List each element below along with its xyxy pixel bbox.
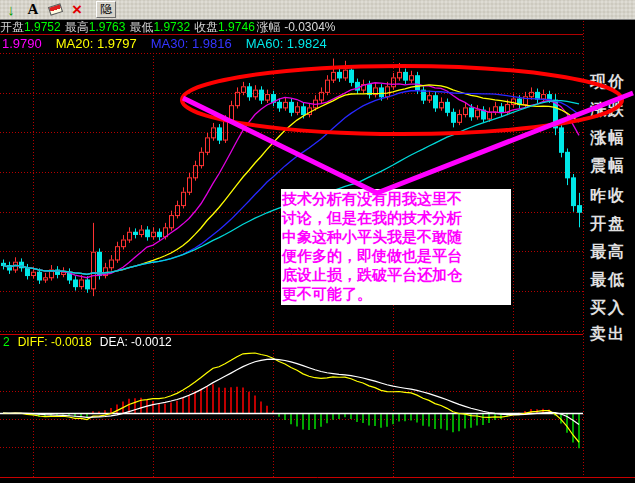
change-value: -0.0304% [281,20,336,34]
note-line: 底设止损，跌破平台还加仓 [282,265,510,284]
sidebar-label-10: 卖出 [590,324,634,345]
note-line: 中象这种小平头我是不敢随 [282,227,510,246]
macd-diff-value: DIFF: -0.0018 [18,335,92,349]
quote-field-value: 1.9746 [218,20,255,34]
quote-field-label: 收盘 [194,20,218,34]
app-window: ↓ A × 隐 开盘1.9752最高1.9763最低1.9732收盘1.9746… [0,0,635,483]
sidebar-label-7: 最高 [590,242,634,263]
ma-value: 1.9790 [2,36,42,51]
quote-sidebar: 现价涨跌涨幅震幅昨收开盘最高最低买入卖出 [585,21,635,477]
macd-dea-value: DEA: -0.0012 [100,335,172,349]
sidebar-label-9: 买入 [590,298,634,319]
note-line: 更不可能了。 [282,284,510,303]
header-separator [0,34,583,35]
ma-value: MA60: 1.9824 [246,36,327,51]
macd-period: 2 [3,335,10,349]
sidebar-label-6: 开盘 [590,214,634,235]
note-line: 讨论，但是在我的技术分析 [282,208,510,227]
quote-field-value: 1.9752 [24,20,61,34]
quote-field-label: 开盘 [0,20,24,34]
sidebar-label-3: 涨幅 [590,128,634,149]
sidebar-label-8: 最低 [590,270,634,291]
sidebar-label-5: 昨收 [590,186,634,207]
sidebar-label-1: 现价 [590,72,634,93]
quote-field-label: 最低 [129,20,153,34]
quote-field-value: 1.9732 [153,20,190,34]
quote-field-label: 最高 [65,20,89,34]
quote-header-row: 开盘1.9752最高1.9763最低1.9732收盘1.9746涨幅 -0.03… [0,21,583,34]
note-box[interactable]: 技术分析有没有用我这里不讨论，但是在我的技术分析中象这种小平头我是不敢随便作多的… [281,189,511,305]
macd-header-row: 2DIFF: -0.0018DEA: -0.0012 [3,336,403,349]
note-line: 便作多的，即使做也是平台 [282,246,510,265]
ma-value: MA20: 1.9797 [56,36,137,51]
sidebar-label-2: 涨跌 [590,100,634,121]
sidebar-label-4: 震幅 [590,156,634,177]
moving-average-row: 1.9790MA20: 1.9797MA30: 1.9816MA60: 1.98… [2,37,585,51]
quote-field-value: 1.9763 [89,20,126,34]
change-label: 涨幅 [257,20,281,34]
ma-value: MA30: 1.9816 [151,36,232,51]
note-line: 技术分析有没有用我这里不 [282,189,510,208]
